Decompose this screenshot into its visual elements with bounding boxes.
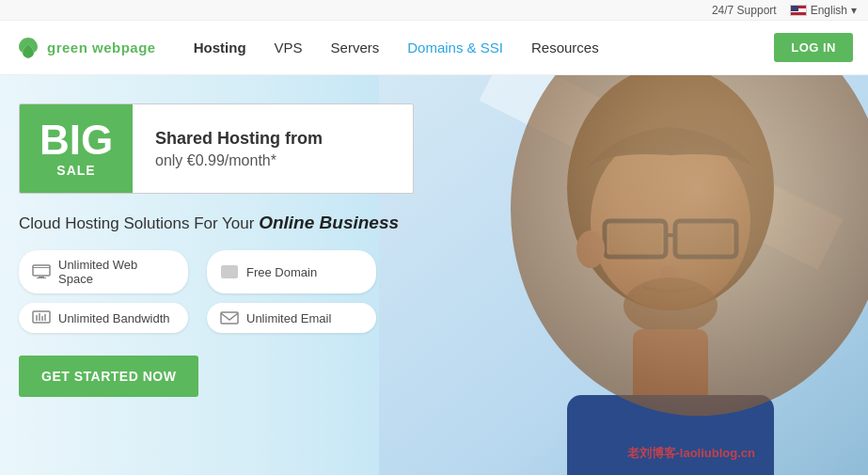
logo[interactable]: green webpage <box>15 35 156 61</box>
login-button[interactable]: LOG IN <box>774 33 853 62</box>
heading-bold: Online Business <box>259 213 399 232</box>
nav-resources[interactable]: Resources <box>531 40 599 55</box>
hero-content: BIG SALE Shared Hosting from only €0.99/… <box>0 75 868 416</box>
cta-button[interactable]: GET STARTED NOW <box>19 356 198 397</box>
sale-left: BIG SALE <box>20 104 133 193</box>
lang-label: English <box>811 4 847 17</box>
sale-right: Shared Hosting from only €0.99/month* <box>133 104 345 193</box>
sale-big-text: BIG <box>39 119 113 161</box>
feature-label: Unlimited Bandwidth <box>58 311 170 325</box>
sale-box: BIG SALE Shared Hosting from only €0.99/… <box>19 103 414 194</box>
feature-free-domain: Free Domain <box>207 250 376 293</box>
nav-domains[interactable]: Domains & SSI <box>407 40 503 55</box>
feature-email: Unlimited Email <box>207 303 376 333</box>
sale-title: Shared Hosting from <box>155 129 323 149</box>
cloud-heading: Cloud Hosting Solutions For Your Online … <box>19 213 849 233</box>
features-grid: Unlimited Web Space Free Domain Unlimite… <box>19 250 849 333</box>
heading-plain: Cloud Hosting Solutions For Your <box>19 214 259 232</box>
nav-servers[interactable]: Servers <box>331 40 380 55</box>
logo-text: green webpage <box>47 40 156 55</box>
support-label: 24/7 Support <box>712 4 777 17</box>
navbar: green webpage Hosting VPS Servers Domain… <box>0 21 868 75</box>
lang-arrow: ▾ <box>851 4 857 17</box>
sale-label: SALE <box>56 163 95 178</box>
feature-label: Free Domain <box>246 265 317 279</box>
feature-web-space: Unlimited Web Space <box>19 250 188 293</box>
logo-icon <box>15 35 41 61</box>
nav-hosting[interactable]: Hosting <box>194 40 246 55</box>
domain-icon <box>220 264 239 279</box>
top-bar: 24/7 Support English ▾ <box>0 0 868 21</box>
svg-rect-17 <box>37 277 46 278</box>
svg-rect-14 <box>33 265 50 276</box>
bandwidth-icon <box>32 310 51 325</box>
nav-links: Hosting VPS Servers Domains & SSI Resour… <box>194 40 775 55</box>
feature-label: Unlimited Email <box>246 311 331 325</box>
hero-section: BIG SALE Shared Hosting from only €0.99/… <box>0 75 868 475</box>
feature-bandwidth: Unlimited Bandwidth <box>19 303 188 333</box>
language-selector[interactable]: English ▾ <box>790 4 857 17</box>
svg-rect-15 <box>33 267 50 268</box>
logo-rest: webpage <box>87 40 155 55</box>
watermark: 老刘博客-laoliublog.cn <box>627 445 756 462</box>
flag-icon <box>790 5 807 16</box>
web-space-icon <box>32 264 51 279</box>
nav-vps[interactable]: VPS <box>275 40 303 55</box>
feature-label: Unlimited Web Space <box>58 258 175 286</box>
logo-green: green <box>47 40 87 55</box>
svg-rect-23 <box>221 312 238 324</box>
sale-price: only €0.99/month* <box>155 152 323 169</box>
email-icon <box>220 310 239 325</box>
svg-rect-18 <box>33 311 50 323</box>
